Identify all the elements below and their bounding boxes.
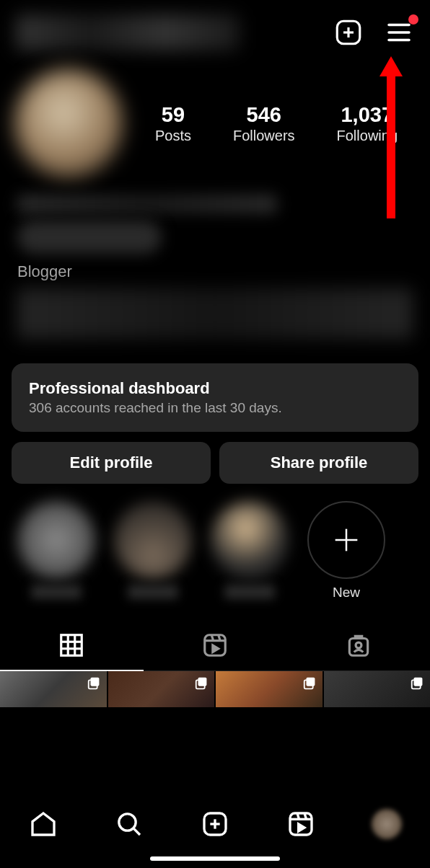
nav-home[interactable] — [25, 806, 61, 842]
svg-rect-22 — [198, 678, 207, 686]
svg-point-28 — [119, 814, 136, 831]
followers-count: 546 — [233, 102, 295, 128]
dashboard-subtitle: 306 accounts reached in the last 30 days… — [29, 400, 401, 416]
avatar[interactable] — [14, 69, 123, 177]
carousel-icon — [194, 676, 210, 691]
svg-rect-24 — [306, 678, 315, 686]
following-stat[interactable]: 1,037 Following — [337, 102, 398, 144]
highlight-2[interactable] — [114, 501, 192, 599]
home-icon — [29, 810, 58, 838]
notification-dot — [408, 14, 418, 25]
tab-reels[interactable] — [144, 619, 287, 670]
nav-reels[interactable] — [283, 806, 319, 842]
nav-profile[interactable] — [369, 806, 405, 842]
post-thumb-2[interactable] — [108, 671, 215, 707]
nav-search[interactable] — [111, 806, 147, 842]
share-profile-button[interactable]: Share profile — [219, 442, 418, 484]
plus-box-icon — [333, 17, 364, 48]
carousel-icon — [302, 676, 318, 691]
posts-stat[interactable]: 59 Posts — [155, 102, 191, 144]
search-icon — [115, 810, 144, 838]
svg-marker-37 — [299, 824, 304, 831]
svg-line-29 — [133, 829, 139, 835]
post-thumb-1[interactable] — [0, 671, 107, 707]
posts-count: 59 — [155, 102, 191, 128]
tagged-icon — [345, 632, 372, 659]
followers-label: Followers — [233, 128, 295, 144]
highlight-1[interactable] — [17, 501, 95, 599]
carousel-icon — [410, 676, 426, 691]
profile-category: Blogger — [17, 262, 413, 281]
post-thumb-3[interactable] — [216, 671, 322, 707]
followers-stat[interactable]: 546 Followers — [233, 102, 295, 144]
svg-marker-17 — [213, 645, 219, 652]
display-name — [17, 195, 277, 213]
bio-link-pill[interactable] — [17, 221, 162, 254]
home-indicator — [150, 856, 280, 861]
carousel-icon — [87, 676, 102, 691]
nav-create[interactable] — [197, 806, 233, 842]
svg-rect-8 — [61, 634, 82, 655]
create-button[interactable] — [333, 17, 364, 48]
svg-rect-20 — [90, 678, 99, 686]
posts-label: Posts — [155, 128, 191, 144]
post-thumb-4[interactable] — [324, 671, 431, 707]
plus-box-icon — [201, 810, 229, 838]
professional-dashboard-card[interactable]: Professional dashboard 306 accounts reac… — [12, 363, 418, 432]
grid-icon — [58, 632, 85, 659]
svg-rect-13 — [205, 634, 226, 655]
reels-icon — [286, 810, 315, 838]
reels-icon — [201, 632, 229, 659]
dashboard-title: Professional dashboard — [29, 379, 401, 398]
svg-rect-26 — [414, 678, 423, 686]
edit-profile-button[interactable]: Edit profile — [12, 442, 211, 484]
new-highlight-button[interactable]: New — [307, 501, 385, 599]
bottom-nav — [0, 796, 430, 868]
tab-grid[interactable] — [0, 619, 144, 670]
bio-text — [17, 288, 413, 339]
username-dropdown[interactable] — [16, 14, 333, 50]
following-count: 1,037 — [337, 102, 398, 128]
highlight-3[interactable] — [211, 501, 289, 599]
svg-point-19 — [356, 642, 361, 648]
avatar-small-icon — [372, 809, 402, 839]
svg-rect-33 — [290, 813, 312, 835]
plus-icon — [330, 523, 363, 557]
tab-tagged[interactable] — [286, 619, 430, 670]
new-highlight-label: New — [333, 585, 360, 599]
following-label: Following — [337, 128, 398, 144]
